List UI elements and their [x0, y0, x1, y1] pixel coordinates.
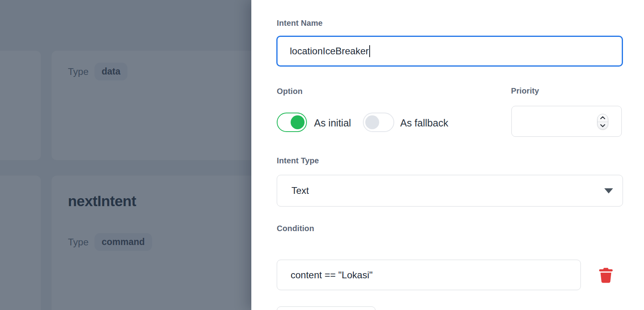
condition-value: content == "Lokasi" [291, 270, 373, 281]
as-fallback-toggle[interactable] [363, 113, 394, 132]
intent-name-input[interactable]: locationIceBreaker [276, 36, 623, 67]
toggle-knob [365, 115, 379, 129]
priority-input[interactable] [511, 106, 622, 137]
number-spinner [597, 114, 608, 130]
option-label: Option [277, 87, 303, 96]
intent-type-select[interactable]: Text [277, 175, 623, 207]
chevron-up-icon [600, 116, 605, 119]
intent-edit-drawer: Intent Name locationIceBreaker Option As… [251, 0, 644, 310]
text-cursor-caret [369, 45, 370, 57]
chevron-down-icon [600, 124, 605, 127]
app-screen: Type data nextIntent Type command Intent… [0, 0, 644, 310]
toggle-knob [291, 115, 305, 129]
as-initial-toggle[interactable] [277, 113, 307, 132]
spinner-down-button[interactable] [598, 122, 608, 130]
as-initial-label: As initial [314, 117, 351, 129]
dropdown-caret-icon [604, 188, 613, 193]
intent-type-value: Text [291, 185, 309, 196]
priority-label: Priority [511, 86, 539, 96]
intent-name-label: Intent Name [277, 19, 323, 28]
condition-input[interactable]: content == "Lokasi" [277, 260, 581, 290]
condition-label: Condition [277, 224, 314, 233]
spinner-up-button[interactable] [598, 114, 608, 122]
as-fallback-label: As fallback [400, 117, 448, 129]
trash-icon [597, 266, 615, 284]
intent-type-label: Intent Type [277, 156, 319, 165]
next-condition-input-partial[interactable] [277, 306, 376, 310]
delete-condition-button[interactable] [596, 266, 615, 284]
intent-name-value: locationIceBreaker [290, 46, 369, 57]
